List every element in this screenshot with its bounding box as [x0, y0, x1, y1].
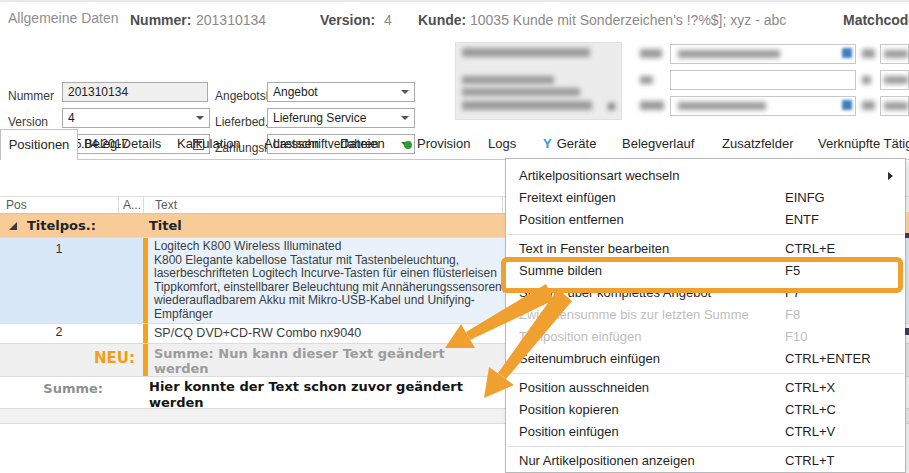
form-area: Nummer Version 4 Datum 25.04.2017 Angebo… [0, 38, 909, 128]
redacted-text [608, 103, 615, 110]
header-version-label: Version: [320, 12, 375, 28]
menu-item-titelposition-einfuegen: Titelposition einfügen F10 [506, 326, 905, 348]
chevron-down-icon [196, 116, 204, 120]
redacted-input[interactable] [670, 70, 856, 90]
nummer-input[interactable] [62, 82, 208, 102]
tab-positionen[interactable]: Positionen [0, 129, 78, 160]
tab-kalkulation[interactable]: Kalkulation [177, 129, 241, 160]
lieferbed-label: Lieferbed. [215, 115, 268, 129]
submenu-arrow-icon [888, 172, 893, 180]
tab-geraete[interactable]: YGeräte [543, 129, 596, 160]
lookup-icon[interactable] [842, 48, 852, 58]
redacted-text [462, 101, 592, 110]
menu-item-position-entfernen[interactable]: Position entfernen ENTF [506, 209, 905, 231]
menu-item-position-einfuegen[interactable]: Position einfügen CTRL+V [506, 421, 905, 443]
redacted-label [862, 49, 875, 58]
menu-separator [507, 373, 904, 374]
redacted-text [462, 76, 554, 84]
menu-item-position-ausschneiden[interactable]: Position ausschneiden CTRL+X [506, 377, 905, 399]
tab-beleg-details[interactable]: Beleg-Details [84, 129, 161, 160]
redacted-text [462, 88, 580, 96]
group-expanded-icon[interactable] [9, 222, 17, 230]
provision-status-dot-icon [404, 141, 412, 149]
angebotsk-select[interactable]: Angebot [267, 82, 415, 102]
menu-item-nur-artikelpositionen-anzeigen[interactable]: Nur Artikelpositionen anzeigen CTRL+T [506, 450, 905, 472]
chevron-down-icon [401, 90, 409, 94]
menu-item-summe-ueber-komplettes-angebot[interactable]: Summe über komplettes Angebot F7 [506, 282, 905, 304]
redacted-label [862, 76, 871, 84]
tab-logs[interactable]: Logs [488, 129, 516, 160]
header-kunde-label: Kunde: [418, 12, 466, 28]
tab-bar: Positionen Beleg-Details Kalkulation Adr… [0, 129, 909, 160]
redacted-label [640, 76, 653, 84]
redacted-text [462, 48, 590, 57]
redacted-text [678, 102, 766, 110]
menu-item-text-in-fenster-bearbeiten[interactable]: Text in Fenster bearbeiten CTRL+E [506, 238, 905, 260]
lieferbed-select[interactable]: Lieferung Service [267, 108, 415, 128]
article-description: K800 Elegante kabellose Tastatur mit Tas… [154, 254, 506, 322]
menu-separator [507, 446, 904, 447]
angebot-window: Allgemeine Daten Nummer: 201310134 Versi… [0, 0, 909, 473]
redacted-sliver [905, 233, 909, 238]
header-bar: Allgemeine Daten Nummer: 201310134 Versi… [0, 0, 909, 38]
header-kunde-value: 10035 Kunde mit Sonderzeichen's !?%$]; x… [470, 12, 786, 28]
menu-item-artikelpositionsart-wechseln[interactable]: Artikelpositionsart wechseln [506, 165, 905, 187]
column-header-text[interactable]: Text [143, 197, 502, 213]
redacted-text [678, 50, 780, 58]
menu-item-seitenumbruch-einfuegen[interactable]: Seitenumbruch einfügen CTRL+ENTER [506, 348, 905, 370]
tab-verknuepfte-taetigkeiten[interactable]: Verknüpfte Tätigkeite [818, 129, 909, 160]
header-nummer-label: Nummer: [130, 12, 191, 28]
menu-item-summe-bilden[interactable]: Summe bilden F5 [506, 260, 905, 282]
header-nummer-value: 201310134 [196, 12, 266, 28]
column-header-a[interactable]: A... [118, 197, 143, 213]
article-name: Logitech K800 Wireless Illuminated [154, 240, 506, 254]
geraete-icon: Y [543, 136, 552, 151]
chevron-down-icon [401, 116, 409, 120]
tab-dateien[interactable]: Dateien [340, 129, 385, 160]
page-title: Allgemeine Daten [8, 10, 119, 26]
tab-zusatzfelder[interactable]: Zusatzfelder [722, 129, 794, 160]
redacted-text [884, 50, 908, 58]
tab-belegverlauf[interactable]: Belegverlauf [622, 129, 694, 160]
redacted-sliver [905, 328, 909, 335]
redacted-text [884, 102, 908, 110]
email-icon[interactable] [842, 100, 852, 110]
nummer-label: Nummer [8, 89, 54, 103]
redacted-label [862, 101, 875, 110]
neu-annotation-label: NEU: [0, 344, 143, 367]
menu-item-position-kopieren[interactable]: Position kopieren CTRL+C [506, 399, 905, 421]
context-menu: Artikelpositionsart wechseln Freitext ei… [505, 158, 906, 473]
menu-item-zwischensumme: Zwischensumme bis zur letzten Summe F8 [506, 304, 905, 326]
redacted-text [884, 76, 908, 84]
menu-separator [507, 234, 904, 235]
header-matchcode-label: Matchcode [843, 12, 909, 28]
version-select[interactable]: 4 [62, 108, 210, 128]
menu-item-freitext-einfuegen[interactable]: Freitext einfügen EINFG [506, 187, 905, 209]
tab-provision[interactable]: Provision [404, 129, 470, 160]
column-header-pos[interactable]: Pos [0, 197, 118, 213]
redacted-label [640, 101, 664, 110]
version-label: Version [8, 115, 48, 129]
redacted-label [640, 49, 662, 58]
header-version-value: 4 [384, 12, 392, 28]
tab-adressen[interactable]: Adressen [264, 129, 319, 160]
